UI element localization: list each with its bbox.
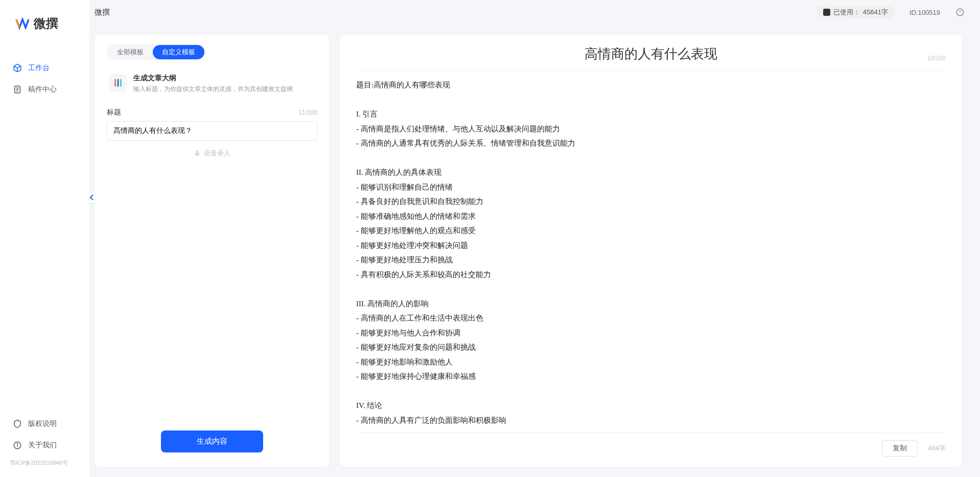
svg-rect-9 (196, 151, 198, 154)
template-title: 生成文章大纲 (133, 74, 293, 83)
voice-input-button[interactable]: 语音录入 (107, 149, 317, 158)
template-card[interactable]: 生成文章大纲 输入标题，为你提供文章主体的灵感，并为其创建推文提纲 (107, 70, 317, 98)
sidebar-item-copyright[interactable]: 版权说明 (0, 413, 89, 435)
sidebar-item-about[interactable]: 关于我们 (0, 435, 89, 456)
output-title: 高情商的人有什么表现 (585, 45, 717, 63)
doc-icon (13, 85, 22, 94)
sidebar-bottom: 版权说明 关于我们 鄂ICP备2022016946号 (0, 413, 89, 477)
power-icon[interactable] (955, 8, 965, 17)
voice-input-label: 语音录入 (204, 149, 230, 158)
sidebar-item-label: 关于我们 (28, 441, 57, 450)
icp-footer: 鄂ICP备2022016946号 (0, 456, 89, 472)
sidebar-item-workspace[interactable]: 工作台 (0, 57, 89, 79)
info-icon (13, 441, 22, 450)
copy-button[interactable]: 复制 (882, 440, 918, 457)
usage-value: 45641字 (863, 8, 888, 17)
output-header-count: 10/100 (927, 55, 946, 62)
output-panel: 高情商的人有什么表现 10/100 题目:高情商的人有哪些表现 I. 引言 - … (340, 35, 962, 467)
user-id: ID:100519 (909, 9, 940, 16)
logo-text: 微撰 (34, 15, 58, 32)
sidebar-item-label: 工作台 (28, 63, 50, 73)
template-tabs: 全部模板 自定义模板 (107, 44, 205, 60)
usage-badge[interactable]: 已使用：45641字 (817, 6, 894, 19)
mic-icon (194, 150, 201, 157)
usage-label: 已使用： (833, 8, 860, 17)
tab-custom-templates[interactable]: 自定义模板 (153, 45, 204, 59)
cube-icon (13, 63, 22, 73)
page-title: 微撰 (95, 8, 110, 17)
template-icon (109, 74, 127, 92)
shield-icon (13, 419, 22, 428)
title-label: 标题 (107, 108, 121, 117)
divider (356, 70, 946, 71)
template-desc: 输入标题，为你提供文章主体的灵感，并为其创建推文提纲 (133, 85, 293, 94)
logo: 微撰 (0, 0, 89, 52)
svg-point-6 (17, 443, 17, 444)
collapse-sidebar-button[interactable] (88, 192, 96, 203)
sidebar-nav: 工作台 稿件中心 (0, 52, 89, 413)
main: 微撰 已使用：45641字 ID:100519 全部模板 自定义模板 (89, 0, 980, 477)
title-input[interactable] (107, 121, 317, 141)
generate-button[interactable]: 生成内容 (161, 430, 263, 452)
output-word-count: 404字 (928, 444, 946, 453)
sidebar-item-drafts[interactable]: 稿件中心 (0, 79, 89, 100)
tab-all-templates[interactable]: 全部模板 (108, 45, 153, 59)
logo-icon (15, 16, 30, 31)
sidebar-item-label: 版权说明 (28, 419, 57, 428)
text-counter-icon (823, 9, 830, 16)
topbar: 微撰 已使用：45641字 ID:100519 (89, 0, 980, 25)
sidebar: 微撰 工作台 稿件中心 版权说明 (0, 0, 89, 477)
output-body[interactable]: 题目:高情商的人有哪些表现 I. 引言 - 高情商是指人们处理情绪、与他人互动以… (356, 78, 946, 427)
sidebar-item-label: 稿件中心 (28, 85, 57, 94)
title-char-count: 11/100 (298, 109, 317, 116)
input-panel: 全部模板 自定义模板 生成文章大纲 输入标题，为你提供文章主体的灵感，并为其创建… (95, 35, 330, 467)
